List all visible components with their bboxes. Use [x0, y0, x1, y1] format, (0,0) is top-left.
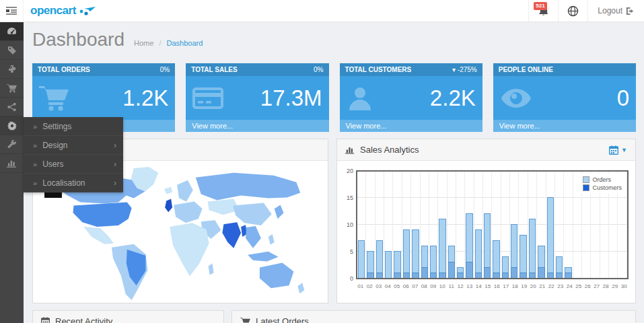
legend-customers: Customers	[583, 184, 622, 191]
breadcrumb-current[interactable]: Dashboard	[167, 39, 203, 47]
x-tick-label: 20	[529, 283, 538, 289]
chart-column	[528, 172, 537, 278]
opencart-logo[interactable]: opencart	[24, 0, 528, 22]
chart-column	[564, 172, 573, 278]
sidebar-item-marketing[interactable]	[0, 98, 24, 116]
legend-swatch-orders	[583, 176, 589, 183]
x-tick-label: 02	[365, 283, 375, 289]
cart-icon	[7, 83, 17, 93]
submenu-item-users[interactable]: » Users ›	[24, 155, 123, 174]
breadcrumb-home[interactable]: Home	[134, 39, 153, 47]
x-tick-label: 07	[410, 283, 420, 289]
chart-column	[429, 172, 438, 278]
chart-column	[366, 172, 375, 278]
logout-label: Logout	[598, 6, 622, 15]
chart-column	[492, 172, 501, 278]
orders-bar	[439, 219, 445, 278]
globe-icon	[567, 5, 579, 17]
sidebar-item-reports[interactable]	[0, 154, 24, 173]
customers-bar	[394, 273, 400, 278]
analytics-plot: Orders Customers	[356, 170, 629, 279]
chart-column	[519, 172, 528, 278]
x-tick-label: 11	[447, 283, 456, 289]
orders-bar	[475, 229, 482, 278]
notifications-button[interactable]: 521	[528, 0, 558, 22]
sidebar-item-system[interactable]	[0, 116, 24, 135]
y-tick-label: 10	[347, 221, 353, 228]
logo-text: opencart	[30, 4, 76, 17]
logout-icon	[626, 7, 635, 15]
customers-bar	[421, 267, 428, 278]
sidebar-item-tools[interactable]	[0, 135, 24, 154]
y-tick-label: 0	[350, 275, 353, 282]
orders-bar	[358, 240, 365, 278]
customers-bar	[565, 273, 571, 278]
x-tick-label: 19	[520, 283, 529, 289]
chart-column	[375, 172, 384, 278]
sales-analytics-body: 05101520 Orders Customers	[337, 161, 635, 303]
submenu-item-localisation[interactable]: » Localisation ›	[24, 174, 123, 192]
credit-card-icon	[192, 86, 223, 110]
menu-toggle-button[interactable]	[0, 0, 24, 22]
x-tick-label: 12	[456, 283, 466, 289]
date-range-button[interactable]: ▼	[609, 145, 627, 155]
customers-bar	[484, 267, 491, 278]
sidebar-item-sales[interactable]	[0, 79, 24, 98]
opencart-cart-icon	[79, 5, 96, 16]
recent-activity-panel: Recent Activity	[32, 310, 224, 323]
chart-column	[357, 172, 366, 278]
x-tick-label: 05	[392, 283, 402, 289]
view-more-link[interactable]: View more...	[186, 120, 328, 132]
y-tick-label: 20	[347, 168, 353, 174]
x-tick-label: 28	[602, 283, 611, 289]
sidebar-item-catalog[interactable]	[0, 41, 24, 60]
customers-bar	[538, 267, 544, 278]
customers-bar	[556, 273, 563, 278]
x-tick-label: 10	[438, 283, 448, 289]
user-icon	[347, 85, 373, 112]
orders-bar	[547, 197, 554, 278]
chart-column	[384, 172, 393, 278]
x-tick-label: 15	[483, 283, 493, 289]
bar-chart-icon	[7, 159, 17, 168]
sidebar-item-dashboard[interactable]	[0, 22, 24, 41]
tile-value: 1.2K	[122, 85, 168, 111]
legend-swatch-customers	[583, 184, 589, 191]
eye-icon	[500, 87, 532, 109]
customers-bar	[439, 273, 445, 278]
chart-column	[421, 172, 429, 278]
sidebar-item-extensions[interactable]	[0, 60, 24, 79]
customers-bar	[466, 262, 472, 278]
page-title: Dashboard	[32, 29, 124, 50]
submenu-item-settings[interactable]: » Settings	[24, 117, 123, 136]
double-chevron-icon: »	[33, 122, 37, 131]
gauge-icon	[7, 27, 17, 36]
logout-button[interactable]: Logout	[587, 0, 644, 22]
x-tick-label: 26	[583, 283, 593, 289]
view-more-link[interactable]: View more...	[340, 120, 482, 132]
view-more-link[interactable]: View more...	[493, 120, 636, 132]
double-chevron-icon: »	[33, 160, 37, 168]
orders-bar	[385, 251, 392, 278]
chart-column	[411, 172, 420, 278]
x-tick-label: 09	[429, 283, 438, 289]
customers-bar	[448, 262, 455, 278]
notification-badge: 521	[534, 2, 546, 10]
x-tick-label: 27	[592, 283, 602, 289]
chart-y-axis: 05101520	[344, 170, 355, 279]
x-tick-label: 06	[402, 283, 411, 289]
chart-column	[465, 172, 474, 278]
chart-column	[438, 172, 447, 278]
submenu-overflow-tab	[44, 192, 62, 198]
chevron-right-icon: ›	[114, 159, 116, 169]
submenu-item-label: Design	[42, 141, 108, 150]
customers-bar	[376, 273, 383, 278]
tile-title: TOTAL SALES	[191, 66, 237, 73]
chart-column	[456, 172, 465, 278]
tile-value: 0	[617, 85, 629, 111]
x-tick-label: 21	[538, 283, 547, 289]
latest-orders-title: Latest Orders	[256, 316, 309, 323]
submenu-item-design[interactable]: » Design ›	[24, 136, 123, 155]
x-tick-label: 08	[420, 283, 429, 289]
stores-button[interactable]	[558, 0, 587, 22]
